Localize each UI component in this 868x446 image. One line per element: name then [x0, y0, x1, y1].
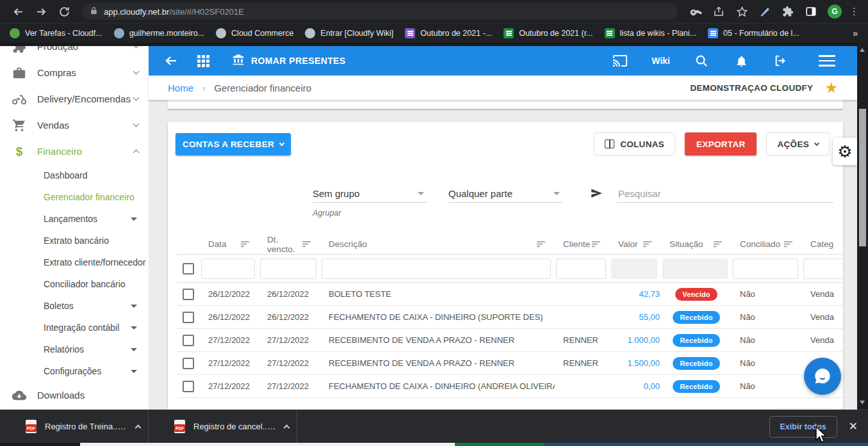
sort-icon[interactable]: [714, 241, 723, 248]
search-field[interactable]: [617, 185, 833, 203]
sidebar-item-downloads[interactable]: Downloads: [0, 382, 149, 408]
download-item[interactable]: PDF Registro de Treina....pdf: [0, 410, 149, 443]
bookmark-item[interactable]: Outubro de 2021 -...: [399, 26, 498, 40]
select-all-checkbox[interactable]: [183, 263, 194, 275]
reload-icon[interactable]: [58, 5, 70, 18]
sidebar-subitem-extrato-banc-rio[interactable]: Extrato bancário: [0, 230, 149, 251]
scrollbar-thumb[interactable]: [859, 109, 866, 246]
bookmark-item[interactable]: Entrar [Cloudfy Wiki]: [299, 26, 399, 40]
search-input[interactable]: [617, 185, 833, 203]
table-row[interactable]: 26/12/2022 26/12/2022 FECHAMENTO DE CAIX…: [177, 306, 843, 329]
exportar-button[interactable]: EXPORTAR: [685, 132, 757, 155]
bookmark-item[interactable]: Cloud Commerce: [210, 26, 299, 40]
filter-input-descri-o[interactable]: [322, 259, 551, 279]
share-icon[interactable]: [712, 5, 725, 18]
key-icon[interactable]: [689, 5, 702, 18]
row-checkbox[interactable]: [183, 335, 194, 346]
download-item[interactable]: PDF Registro de cancel....pdf: [149, 410, 297, 443]
extension-pen-icon[interactable]: [758, 5, 771, 18]
sidebar-subitem-gerenciador-financeiro[interactable]: Gerenciador financeiro: [0, 186, 149, 208]
group-select[interactable]: Sem grupo Agrupar: [313, 185, 427, 218]
sidebar-subitem-conciliador-banc-rio[interactable]: Conciliador bancário: [0, 273, 149, 295]
bookmark-item[interactable]: Outubro de 2021 (r...: [498, 26, 598, 40]
cast-icon[interactable]: [612, 52, 628, 69]
column-header[interactable]: Descrição: [320, 239, 555, 249]
sort-icon[interactable]: [302, 241, 311, 248]
table-row[interactable]: 27/12/2022 27/12/2022 RECEBIMENTO DE VEN…: [177, 329, 843, 352]
sidebar-subitem-relat-rios[interactable]: Relatórios: [0, 338, 149, 360]
row-checkbox[interactable]: [183, 312, 194, 323]
sidebar-subitem-dashboard[interactable]: Dashboard: [0, 164, 149, 186]
app-back-icon[interactable]: [163, 52, 179, 69]
side-panel-icon[interactable]: [805, 5, 817, 18]
sort-icon[interactable]: [643, 241, 652, 248]
filter-input-categ[interactable]: [803, 259, 843, 279]
back-icon[interactable]: [12, 5, 24, 18]
sort-icon[interactable]: [784, 241, 793, 248]
column-header[interactable]: Situação: [661, 239, 732, 249]
sidebar-item-compras[interactable]: Compras: [0, 60, 149, 86]
filter-input-conciliado[interactable]: [733, 259, 798, 279]
column-header[interactable]: Cliente: [555, 239, 610, 249]
acoes-button[interactable]: AÇÕES: [766, 132, 830, 155]
close-downloads-icon[interactable]: ✕: [849, 421, 858, 432]
menu-hamburger-icon[interactable]: [819, 55, 835, 67]
filter-input-dt-vencto-[interactable]: [260, 259, 316, 279]
bookmark-item[interactable]: Ver Tarefas - Cloudf...: [4, 26, 108, 40]
notifications-bell-icon[interactable]: [733, 52, 749, 69]
sidebar-item-financeiro[interactable]: $ Financeiro: [0, 138, 149, 164]
table-row[interactable]: 27/12/2022 27/12/2022 RECEBIMENTO DE VEN…: [177, 352, 843, 375]
address-bar[interactable]: app.cloudfy.net.br/site/#/H02SF0201E: [82, 3, 678, 20]
column-header[interactable]: Valor: [610, 239, 661, 249]
chevron-up-icon[interactable]: [284, 424, 290, 431]
bookmark-item[interactable]: 05 - Formulário de l...: [702, 26, 805, 40]
profile-avatar[interactable]: G: [828, 4, 842, 19]
breadcrumb-home-link[interactable]: Home: [168, 83, 193, 93]
chrome-menu-icon[interactable]: ⋮: [849, 6, 859, 17]
sidebar-subitem-configura-es[interactable]: Configurações: [0, 360, 149, 382]
forward-icon[interactable]: [35, 5, 47, 18]
scroll-down-arrow[interactable]: [860, 401, 865, 404]
sidebar-subitem-lan-amentos[interactable]: Lançamentos: [0, 208, 149, 230]
logout-icon[interactable]: [773, 52, 789, 69]
contas-a-receber-button[interactable]: CONTAS A RECEBER: [176, 133, 291, 155]
search-submit-icon[interactable]: [589, 187, 604, 202]
scroll-up-arrow[interactable]: [860, 48, 865, 52]
favorite-star-icon[interactable]: ★: [824, 81, 838, 95]
column-header[interactable]: Categ: [802, 239, 843, 249]
sort-icon[interactable]: [592, 241, 601, 248]
bookmark-item[interactable]: lista de wikis - Plani...: [599, 26, 702, 40]
column-header[interactable]: Dt. vencto.: [259, 235, 320, 254]
column-header[interactable]: Conciliado: [732, 239, 802, 249]
sidebar-item-vendas[interactable]: Vendas: [0, 112, 149, 138]
sidebar-subitem-boletos[interactable]: Boletos: [0, 295, 149, 317]
page-scrollbar[interactable]: [857, 43, 868, 410]
sidebar-subitem-integra-o-cont-bil[interactable]: Integração contábil: [0, 317, 149, 338]
sort-icon[interactable]: [241, 241, 250, 248]
search-icon[interactable]: [693, 52, 710, 69]
table-row[interactable]: 27/12/2022 27/12/2022 FECHAMENTO DE CAIX…: [177, 375, 843, 398]
bookmark-item[interactable]: guilherme.monteiro...: [108, 26, 210, 40]
sidebar-subitem-extrato-cliente-fornecedor[interactable]: Extrato cliente/fornecedor: [0, 251, 149, 273]
filter-input-data[interactable]: [201, 259, 255, 279]
sidebar-item-produ-o[interactable]: Produção: [0, 46, 149, 60]
bookmarks-overflow-chevron[interactable]: »: [846, 28, 864, 38]
row-checkbox[interactable]: [183, 289, 194, 300]
filter-input-cliente[interactable]: [556, 259, 606, 279]
apps-grid-icon[interactable]: [195, 52, 211, 69]
settings-gear-button[interactable]: ⚙: [833, 138, 857, 165]
table-row[interactable]: 26/12/2022 26/12/2022 BOLETO TESTE 42,73…: [177, 283, 843, 306]
sidebar-item-delivery-encomendas[interactable]: Delivery/Encomendas: [0, 86, 149, 112]
sort-icon[interactable]: [537, 241, 546, 248]
show-all-downloads-button[interactable]: Exibir todos: [769, 416, 837, 438]
row-checkbox[interactable]: [183, 381, 194, 392]
wiki-link[interactable]: Wiki: [651, 56, 670, 66]
bookmark-star-icon[interactable]: [735, 5, 748, 18]
company-header[interactable]: ROMAR PRESENTES: [232, 53, 346, 68]
extensions-puzzle-icon[interactable]: [782, 5, 794, 18]
match-select[interactable]: Qualquer parte: [448, 185, 562, 203]
column-header[interactable]: Data: [200, 239, 259, 249]
chevron-up-icon[interactable]: [135, 424, 142, 431]
colunas-button[interactable]: COLUNAS: [594, 132, 675, 155]
chat-widget-button[interactable]: [804, 358, 841, 395]
